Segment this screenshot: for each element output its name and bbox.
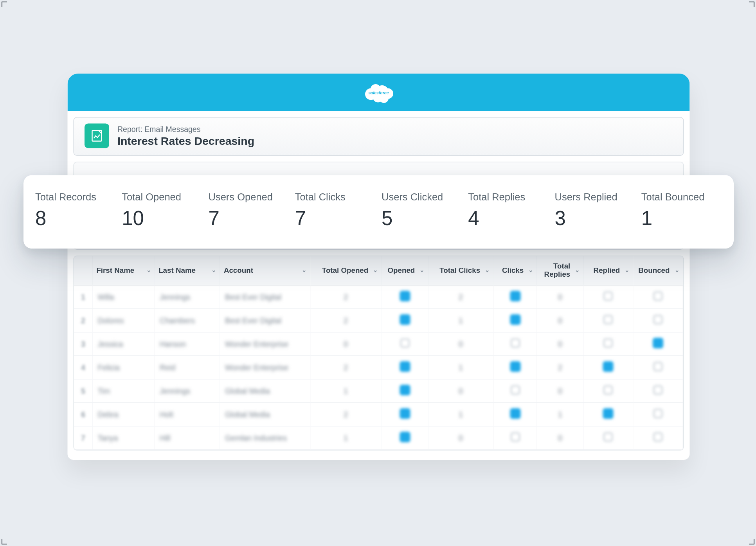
checkbox-checked-icon	[603, 361, 614, 371]
salesforce-logo-icon: salesforce	[363, 81, 394, 103]
cell-replied	[583, 285, 633, 308]
cell-index: 6	[74, 402, 93, 426]
col-total-replies[interactable]: Total Replies⌄	[537, 256, 583, 285]
cell-total-opened: 2	[310, 355, 382, 379]
checkbox-unchecked-icon	[604, 315, 613, 324]
col-last-name[interactable]: Last Name⌄	[155, 256, 220, 285]
cell-clicks	[493, 355, 537, 379]
checkbox-unchecked-icon	[604, 291, 613, 301]
col-bounced[interactable]: Bounced⌄	[633, 256, 683, 285]
cell-clicks	[493, 308, 537, 332]
stat-value: 7	[209, 207, 289, 230]
cell-first-name: Felicia	[93, 355, 155, 379]
crop-mark-icon	[2, 537, 9, 544]
checkbox-checked-icon	[400, 384, 410, 395]
table-row[interactable]: 5TimJenningsGlobal Media100	[74, 379, 683, 402]
col-label: Clicks	[502, 266, 524, 274]
chevron-down-icon: ⌄	[146, 267, 151, 274]
chevron-down-icon: ⌄	[211, 267, 216, 274]
cell-first-name: Tanya	[93, 426, 155, 449]
cell-first-name: Willa	[93, 285, 155, 308]
stat-label: Total Clicks	[295, 191, 376, 203]
col-label: Opened	[388, 266, 415, 274]
cell-total-replies: 0	[537, 379, 583, 402]
stat-label: Total Opened	[122, 191, 202, 203]
summary-card: Total Records8Total Opened10Users Opened…	[23, 175, 734, 249]
col-replied[interactable]: Replied⌄	[583, 256, 633, 285]
cell-account: Gemlan Industries	[220, 426, 310, 449]
cell-clicks	[493, 379, 537, 402]
chevron-down-icon: ⌄	[485, 267, 490, 274]
cell-index: 7	[74, 426, 93, 449]
cell-account: Global Media	[220, 379, 310, 402]
stat-users-replied: Users Replied3	[555, 191, 635, 230]
stat-users-opened: Users Opened7	[209, 191, 289, 230]
chevron-down-icon: ⌄	[373, 267, 378, 274]
cell-total-clicks: 0	[428, 426, 493, 449]
cell-last-name: Chambers	[155, 308, 220, 332]
col-index[interactable]	[74, 256, 93, 285]
data-table: First Name⌄ Last Name⌄ Account⌄ Total Op…	[74, 256, 684, 450]
checkbox-checked-icon	[510, 361, 520, 371]
cell-total-clicks: 0	[428, 332, 493, 355]
table-row[interactable]: 2DoloresChambersBest Ever Digital210	[74, 308, 683, 332]
table-row[interactable]: 1WillaJenningsBest Ever Digital220	[74, 285, 683, 308]
cell-clicks	[493, 402, 537, 426]
cell-total-replies: 0	[537, 308, 583, 332]
table-row[interactable]: 6DebraHoltGlobal Media211	[74, 402, 683, 426]
report-subtitle: Report: Email Messages	[117, 124, 254, 133]
checkbox-checked-icon	[510, 408, 520, 418]
stat-label: Users Opened	[209, 191, 289, 203]
cell-total-clicks: 0	[428, 379, 493, 402]
checkbox-unchecked-icon	[653, 291, 663, 301]
table-row[interactable]: 4FeliciaReidWonder Enterprise212	[74, 355, 683, 379]
cell-opened	[382, 332, 428, 355]
stat-value: 3	[555, 207, 635, 230]
titlebar: salesforce	[68, 74, 690, 111]
report-header: Report: Email Messages Interest Rates De…	[74, 117, 684, 156]
cell-bounced	[633, 402, 683, 426]
cell-total-replies: 1	[537, 402, 583, 426]
chevron-down-icon: ⌄	[675, 267, 679, 274]
col-total-clicks[interactable]: Total Clicks⌄	[428, 256, 493, 285]
col-label: First Name	[96, 266, 134, 274]
col-label: Last Name	[158, 266, 196, 274]
checkbox-checked-icon	[400, 361, 410, 371]
col-total-opened[interactable]: Total Opened⌄	[310, 256, 382, 285]
col-opened[interactable]: Opened⌄	[382, 256, 428, 285]
checkbox-unchecked-icon	[653, 385, 663, 395]
cell-replied	[583, 308, 633, 332]
stat-label: Users Clicked	[382, 191, 462, 203]
cell-total-clicks: 2	[428, 285, 493, 308]
col-label: Account	[224, 266, 253, 274]
cell-total-replies: 0	[537, 426, 583, 449]
table-row[interactable]: 7TanyaHillGemlan Industries100	[74, 426, 683, 449]
stat-value: 4	[468, 207, 549, 230]
stat-value: 5	[382, 207, 462, 230]
col-first-name[interactable]: First Name⌄	[93, 256, 155, 285]
cell-last-name: Jennings	[155, 285, 220, 308]
table-row[interactable]: 3JessicaHansonWonder Enterprise000	[74, 332, 683, 355]
col-clicks[interactable]: Clicks⌄	[493, 256, 537, 285]
checkbox-unchecked-icon	[604, 385, 613, 395]
cell-opened	[382, 379, 428, 402]
col-account[interactable]: Account⌄	[220, 256, 310, 285]
col-label: Total Replies	[544, 262, 571, 279]
checkbox-checked-icon	[653, 337, 663, 348]
cell-bounced	[633, 285, 683, 308]
stat-total-bounced: Total Bounced1	[641, 191, 722, 230]
chevron-down-icon: ⌄	[528, 267, 533, 274]
stat-label: Total Bounced	[641, 191, 722, 203]
stat-total-records: Total Records8	[35, 191, 116, 230]
report-meta: Report: Email Messages Interest Rates De…	[117, 124, 254, 147]
cell-bounced	[633, 379, 683, 402]
cell-replied	[583, 332, 633, 355]
cell-clicks	[493, 426, 537, 449]
stat-value: 1	[641, 207, 722, 230]
stat-label: Total Records	[35, 191, 116, 203]
checkbox-unchecked-icon	[653, 362, 663, 371]
cell-account: Global Media	[220, 402, 310, 426]
cell-total-replies: 0	[537, 332, 583, 355]
cell-first-name: Dolores	[93, 308, 155, 332]
cell-opened	[382, 426, 428, 449]
